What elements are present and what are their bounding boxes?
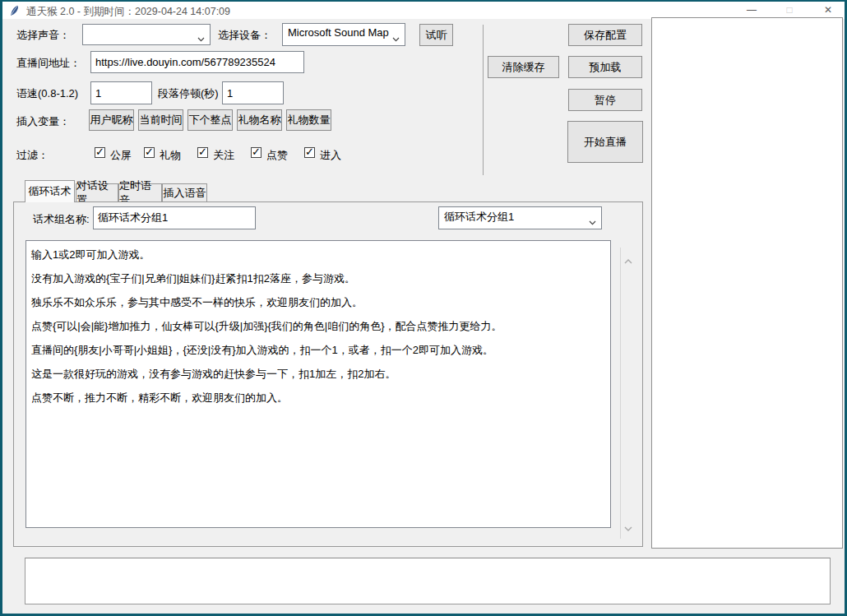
script-group-name-input[interactable] [93,206,256,229]
var-gift-count-button[interactable]: 礼物数量 [286,109,331,131]
window-title: 通天猴 2.0 - 到期时间：2029-04-24 14:07:09 [26,5,230,19]
room-url-input[interactable] [90,51,304,73]
chevron-down-icon [197,32,205,44]
script-group-value: 循环话术分组1 [444,211,514,223]
script-line: 这是一款很好玩的游戏，没有参与游戏的赶快参与一下，扣1加左，扣2加右。 [31,362,605,386]
preview-button[interactable]: 试听 [419,24,453,46]
device-select-combobox[interactable]: Microsoft Sound Map [282,23,405,46]
chevron-down-icon [589,215,596,228]
paragraph-pause-input[interactable] [222,81,284,104]
insert-variable-label: 插入变量： [16,114,70,129]
tab-timed-voice[interactable]: 定时语音 [118,183,162,201]
filter-enter-checkbox[interactable] [304,147,315,158]
chevron-down-icon [392,32,400,44]
start-live-button[interactable]: 开始直播 [567,121,643,163]
tab-dialog-settings[interactable]: 对话设置 [76,183,118,201]
preload-button[interactable]: 预加载 [568,56,642,78]
bottom-log-box[interactable] [25,558,831,604]
section-divider [483,25,484,175]
script-line: 点赞不断，推力不断，精彩不断，欢迎朋友们的加入。 [31,386,605,410]
scroll-up-icon[interactable] [624,254,632,266]
filter-label: 过滤： [16,148,49,163]
filter-like-label: 点赞 [266,148,288,163]
script-line: 没有加入游戏的{宝子们|兄弟们|姐妹们}赶紧扣1扣2落座，参与游戏。 [31,266,605,290]
filter-public-screen-label: 公屏 [110,148,132,163]
window-body: 通天猴 2.0 - 到期时间：2029-04-24 14:07:09 — □ ✕… [2,2,845,614]
clear-cache-button[interactable]: 清除缓存 [488,56,559,78]
save-config-button[interactable]: 保存配置 [568,24,642,46]
room-url-label: 直播间地址： [16,56,81,71]
filter-gift-checkbox[interactable] [144,147,155,158]
titlebar: 通天猴 2.0 - 到期时间：2029-04-24 14:07:09 — □ ✕ [2,2,845,19]
script-textarea[interactable]: 输入1或2即可加入游戏。 没有加入游戏的{宝子们|兄弟们|姐妹们}赶紧扣1扣2落… [25,240,611,528]
filter-like-checkbox[interactable] [251,147,262,158]
filter-follow-checkbox[interactable] [197,147,208,158]
script-line: 直播间的{朋友|小哥哥|小姐姐}，{还没|没有}加入游戏的，扣一个1，或者，扣一… [31,338,605,362]
script-line: 输入1或2即可加入游戏。 [31,243,605,266]
script-vertical-scrollbar[interactable] [620,248,635,539]
script-group-combobox[interactable]: 循环话术分组1 [438,206,602,229]
filter-enter-label: 进入 [320,148,341,163]
right-log-panel [651,17,843,549]
app-window: 通天猴 2.0 - 到期时间：2029-04-24 14:07:09 — □ ✕… [0,0,847,616]
device-select-value: Microsoft Sound Map [288,26,389,39]
device-select-label: 选择设备： [218,28,271,43]
var-user-nickname-button[interactable]: 用户昵称 [89,109,134,131]
filter-gift-label: 礼物 [160,148,181,163]
voice-select-label: 选择声音： [16,28,70,43]
script-line: 点赞{可以|会|能}增加推力，仙女棒可以{升级|加强}{我们的角色|咱们的角色}… [31,314,605,338]
close-button[interactable]: ✕ [814,2,842,19]
speech-rate-label: 语速(0.8-1.2) [16,86,78,101]
feather-app-icon [9,4,21,17]
maximize-button[interactable]: □ [775,2,803,19]
filter-public-screen-checkbox[interactable] [95,147,105,158]
filter-follow-label: 关注 [213,148,234,163]
script-group-name-label: 话术组名称: [33,212,90,227]
tab-insert-voice[interactable]: 插入语音 [162,183,207,201]
pause-button[interactable]: 暂停 [568,89,642,111]
var-current-time-button[interactable]: 当前时间 [138,109,183,131]
minimize-button[interactable]: — [738,2,766,19]
var-next-hour-button[interactable]: 下个整点 [187,109,233,131]
scroll-down-icon[interactable] [624,521,632,534]
tab-loop-script[interactable]: 循环话术 [25,180,75,202]
paragraph-pause-label: 段落停顿(秒) [158,86,219,101]
script-line: 独乐乐不如众乐乐，参与其中感受不一样的快乐，欢迎朋友们的加入。 [31,290,605,314]
var-gift-name-button[interactable]: 礼物名称 [237,109,282,131]
voice-select-combobox[interactable] [82,24,211,45]
speech-rate-input[interactable] [90,81,152,104]
